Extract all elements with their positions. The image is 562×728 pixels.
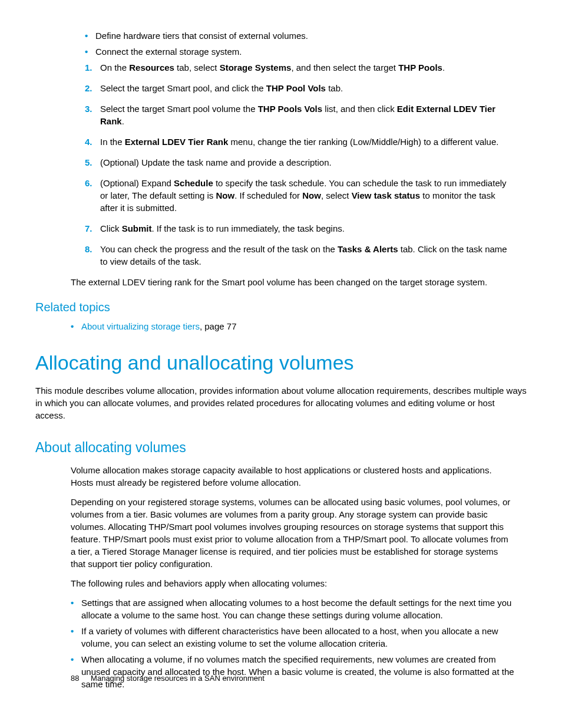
step-item: Click Submit. If the task is to run imme… [85, 222, 515, 235]
list-item: Define hardware tiers that consist of ex… [85, 29, 515, 42]
list-item: About virtualizing storage tiers, page 7… [71, 320, 515, 332]
step-item: In the External LDEV Tier Rank menu, cha… [85, 136, 515, 148]
list-item: Settings that are assigned when allocati… [71, 597, 515, 621]
list-item: When allocating a volume, if no volumes … [71, 653, 515, 690]
bullet-text: Define hardware tiers that consist of ex… [95, 31, 308, 41]
related-link[interactable]: About virtualizing storage tiers [81, 321, 200, 331]
closing-paragraph: The external LDEV tiering rank for the S… [71, 276, 515, 288]
paragraph: The following rules and behaviors apply … [71, 577, 515, 589]
step-item: Select the target Smart pool volume the … [85, 103, 515, 127]
bullet-text: If a variety of volumes with different c… [81, 626, 498, 648]
top-procedure-block: Define hardware tiers that consist of ex… [71, 29, 515, 288]
related-list: About virtualizing storage tiers, page 7… [71, 320, 515, 332]
step-item: (Optional) Expand Schedule to specify th… [85, 177, 515, 214]
bullet-text: Settings that are assigned when allocati… [81, 598, 511, 620]
step-item: On the Resources tab, select Storage Sys… [85, 61, 515, 74]
step-item: Select the target Smart pool, and click … [85, 82, 515, 94]
list-item: If a variety of volumes with different c… [71, 625, 515, 650]
section-intro: This module describes volume allocation,… [35, 384, 527, 421]
related-topics-block: About virtualizing storage tiers, page 7… [71, 320, 515, 332]
step-item: You can check the progress and the resul… [85, 243, 515, 268]
document-page: Define hardware tiers that consist of ex… [0, 0, 562, 728]
bullet-text: Connect the external storage system. [95, 47, 242, 57]
page-number: 88 [71, 674, 79, 683]
related-suffix: , page 77 [200, 321, 237, 331]
related-topics-heading: Related topics [35, 299, 527, 315]
about-allocating-block: Volume allocation makes storage capacity… [71, 464, 515, 690]
pre-bullet-list: Define hardware tiers that consist of ex… [71, 29, 515, 58]
numbered-steps: On the Resources tab, select Storage Sys… [71, 61, 515, 268]
step-item: (Optional) Update the task name and prov… [85, 156, 515, 169]
subsection-heading-about-allocating: About allocating volumes [35, 438, 527, 457]
page-footer: 88 Managing storage resources in a SAN e… [71, 673, 265, 684]
section-heading-allocating: Allocating and unallocating volumes [35, 349, 527, 377]
list-item: Connect the external storage system. [85, 45, 515, 58]
footer-title: Managing storage resources in a SAN envi… [91, 674, 265, 683]
paragraph: Depending on your registered storage sys… [71, 496, 515, 570]
paragraph: Volume allocation makes storage capacity… [71, 464, 515, 489]
